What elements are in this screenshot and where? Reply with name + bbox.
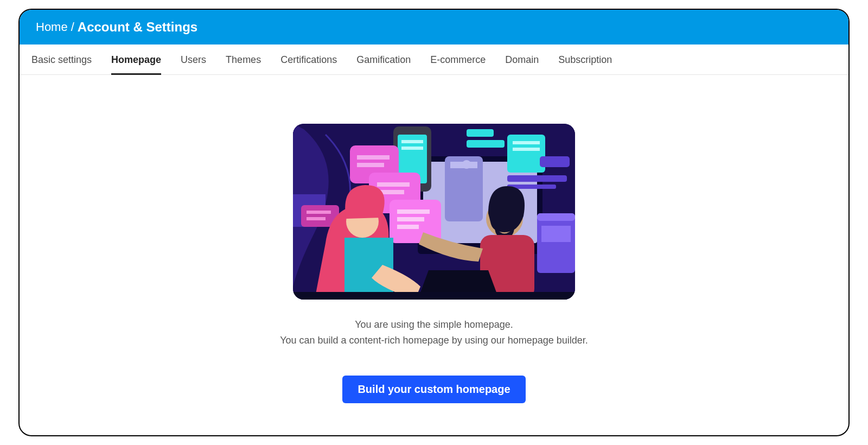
svg-rect-13 — [513, 148, 540, 151]
tab-ecommerce[interactable]: E-commerce — [430, 47, 486, 75]
svg-rect-30 — [397, 217, 424, 221]
tabs-bar: Basic settings Homepage Users Themes Cer… — [20, 44, 848, 75]
svg-rect-33 — [307, 211, 331, 214]
tab-gamification[interactable]: Gamification — [356, 47, 411, 75]
svg-rect-11 — [507, 135, 545, 173]
svg-rect-34 — [307, 217, 326, 220]
svg-point-6 — [462, 160, 471, 169]
message-line-2: You can build a content-rich homepage by… — [280, 333, 588, 348]
svg-rect-21 — [541, 226, 571, 242]
svg-rect-12 — [513, 141, 540, 144]
breadcrumb-home[interactable]: Home — [36, 20, 68, 34]
svg-rect-26 — [377, 182, 410, 187]
app-frame: Home / Account & Settings Basic settings… — [20, 10, 848, 435]
main-content: You are using the simple homepage. You c… — [20, 75, 848, 435]
svg-rect-39 — [293, 292, 575, 300]
svg-rect-14 — [507, 175, 567, 182]
svg-rect-17 — [467, 140, 505, 148]
svg-rect-24 — [357, 163, 384, 167]
svg-rect-10 — [401, 147, 423, 150]
svg-rect-16 — [467, 129, 494, 137]
svg-rect-23 — [357, 155, 390, 160]
message-line-1: You are using the simple homepage. — [280, 317, 588, 333]
tab-domain[interactable]: Domain — [505, 47, 539, 75]
tab-certifications[interactable]: Certifications — [280, 47, 337, 75]
breadcrumb-separator: / — [71, 20, 74, 34]
svg-rect-19 — [537, 213, 575, 273]
svg-rect-31 — [397, 225, 419, 229]
svg-rect-18 — [540, 156, 570, 167]
tab-homepage[interactable]: Homepage — [111, 47, 161, 75]
homepage-illustration — [293, 124, 575, 300]
tab-users[interactable]: Users — [181, 47, 206, 75]
svg-rect-29 — [397, 209, 430, 214]
homepage-message: You are using the simple homepage. You c… — [280, 317, 588, 348]
header-bar: Home / Account & Settings — [20, 10, 848, 44]
tab-themes[interactable]: Themes — [226, 47, 261, 75]
tab-basic-settings[interactable]: Basic settings — [31, 47, 92, 75]
tab-subscription[interactable]: Subscription — [558, 47, 612, 75]
svg-rect-20 — [537, 213, 575, 221]
svg-rect-9 — [401, 140, 423, 143]
build-homepage-button[interactable]: Build your custom homepage — [342, 376, 525, 403]
breadcrumb-current: Account & Settings — [78, 20, 197, 35]
